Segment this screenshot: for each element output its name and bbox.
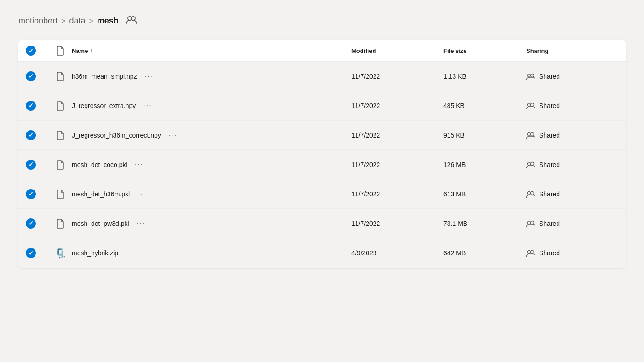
filesize-value: 1.13 KB: [443, 73, 526, 80]
header-sharing: Sharing: [526, 47, 618, 54]
svg-point-7: [531, 132, 534, 136]
file-name-cell: mesh_det_coco.pkl ···: [72, 161, 351, 169]
file-name-cell: mesh_det_h36m.pkl ···: [72, 190, 351, 198]
file-name[interactable]: mesh_hybrik.zip: [72, 249, 118, 257]
svg-point-15: [531, 251, 534, 254]
name-sort-down-icon: ↓: [94, 47, 97, 54]
file-icon-cell: [49, 101, 72, 111]
table-row[interactable]: J_regressor_extra.npy ··· 11/7/2022 485 …: [18, 91, 626, 121]
file-name-cell: mesh_hybrik.zip ···: [72, 249, 351, 257]
sharing-icon: [526, 132, 535, 139]
filesize-value: 73.1 MB: [443, 220, 526, 227]
sharing-cell: Shared: [526, 132, 618, 139]
file-icon-cell: 🗜️: [49, 247, 72, 259]
more-options-button[interactable]: ···: [143, 102, 152, 110]
file-name[interactable]: mesh_det_coco.pkl: [72, 161, 127, 168]
sharing-icon: [526, 220, 535, 227]
table-row[interactable]: mesh_det_coco.pkl ··· 11/7/2022 126 MB S…: [18, 150, 626, 179]
page-wrapper: motionbert > data > mesh Na: [0, 0, 644, 286]
file-icon-cell: [49, 71, 72, 81]
sharing-cell: Shared: [526, 249, 618, 257]
sharing-label: Shared: [539, 73, 560, 80]
breadcrumb-sep-2: >: [89, 17, 93, 25]
row-checkbox[interactable]: [26, 160, 36, 170]
row-checkbox[interactable]: [26, 218, 36, 229]
svg-point-6: [528, 132, 531, 136]
sharing-icon: [526, 190, 535, 198]
file-icon-cell: [49, 189, 72, 199]
sharing-icon: [526, 73, 535, 80]
row-checkbox[interactable]: [26, 71, 36, 81]
select-all-checkbox[interactable]: [26, 46, 36, 56]
more-options-button[interactable]: ···: [135, 161, 144, 169]
more-options-button[interactable]: ···: [137, 190, 146, 198]
breadcrumb-share-icon[interactable]: [126, 15, 137, 27]
sharing-label: Shared: [539, 220, 560, 227]
sharing-label: Shared: [539, 161, 560, 168]
row-checkbox[interactable]: [26, 101, 36, 111]
modified-value: 11/7/2022: [351, 220, 443, 227]
svg-point-4: [528, 103, 531, 106]
modified-value: 11/7/2022: [351, 190, 443, 198]
row-checkbox[interactable]: [26, 248, 36, 258]
table-row[interactable]: J_regressor_h36m_correct.npy ··· 11/7/20…: [18, 121, 626, 150]
svg-point-13: [531, 221, 534, 224]
sharing-cell: Shared: [526, 73, 618, 80]
table-row[interactable]: h36m_mean_smpl.npz ··· 11/7/2022 1.13 KB…: [18, 62, 626, 91]
header-name[interactable]: Name ↑ ↓: [72, 47, 351, 54]
file-name[interactable]: mesh_det_pw3d.pkl: [72, 220, 129, 227]
file-icon-cell: [49, 160, 72, 170]
breadcrumb: motionbert > data > mesh: [18, 15, 626, 27]
svg-point-11: [531, 191, 534, 195]
file-icon-cell: [49, 218, 72, 229]
breadcrumb-motionbert[interactable]: motionbert: [18, 16, 58, 26]
file-name-cell: J_regressor_extra.npy ···: [72, 102, 351, 110]
sharing-label: Shared: [539, 102, 560, 109]
svg-point-1: [132, 17, 135, 20]
table-row[interactable]: mesh_det_h36m.pkl ··· 11/7/2022 613 MB S…: [18, 179, 626, 209]
table-row[interactable]: mesh_det_pw3d.pkl ··· 11/7/2022 73.1 MB …: [18, 209, 626, 238]
table-body: h36m_mean_smpl.npz ··· 11/7/2022 1.13 KB…: [18, 62, 626, 268]
modified-sort-icon: ↓: [379, 47, 381, 54]
sharing-cell: Shared: [526, 161, 618, 168]
filesize-value: 613 MB: [443, 190, 526, 198]
file-name[interactable]: mesh_det_h36m.pkl: [72, 190, 130, 198]
breadcrumb-sep-1: >: [61, 17, 65, 25]
file-name[interactable]: h36m_mean_smpl.npz: [72, 73, 137, 80]
sharing-label: Shared: [539, 249, 560, 257]
file-name[interactable]: J_regressor_extra.npy: [72, 102, 136, 109]
table-header: Name ↑ ↓ Modified ↓ File size ↓ Sharing: [18, 40, 626, 62]
sharing-label: Shared: [539, 132, 560, 139]
filesize-value: 485 KB: [443, 102, 526, 109]
sharing-cell: Shared: [526, 220, 618, 227]
name-sort-up-icon: ↑: [90, 47, 92, 54]
svg-point-5: [531, 103, 534, 106]
sharing-icon: [526, 161, 535, 168]
file-table-container: Name ↑ ↓ Modified ↓ File size ↓ Sharing: [18, 40, 626, 268]
sharing-icon: [526, 249, 535, 257]
modified-value: 11/7/2022: [351, 102, 443, 109]
filesize-value: 915 KB: [443, 132, 526, 139]
header-filesize[interactable]: File size ↓: [443, 47, 526, 54]
sharing-cell: Shared: [526, 102, 618, 109]
file-name-cell: mesh_det_pw3d.pkl ···: [72, 219, 351, 228]
row-checkbox[interactable]: [26, 130, 36, 140]
header-modified[interactable]: Modified ↓: [351, 47, 443, 54]
svg-point-0: [128, 17, 132, 20]
filesize-value: 126 MB: [443, 161, 526, 168]
svg-point-8: [528, 162, 531, 165]
sharing-cell: Shared: [526, 190, 618, 198]
sharing-label: Shared: [539, 190, 560, 198]
svg-point-3: [531, 74, 534, 77]
more-options-button[interactable]: ···: [137, 219, 145, 228]
header-file-icon: [49, 46, 72, 56]
file-icon-cell: [49, 130, 72, 140]
row-checkbox[interactable]: [26, 189, 36, 199]
table-row[interactable]: 🗜️ mesh_hybrik.zip ··· 4/9/2023 642 MB S…: [18, 238, 626, 268]
more-options-button[interactable]: ···: [168, 131, 177, 139]
more-options-button[interactable]: ···: [126, 249, 134, 257]
file-name[interactable]: J_regressor_h36m_correct.npy: [72, 132, 161, 139]
breadcrumb-data[interactable]: data: [69, 16, 85, 26]
modified-value: 11/7/2022: [351, 73, 443, 80]
more-options-button[interactable]: ···: [144, 72, 153, 80]
